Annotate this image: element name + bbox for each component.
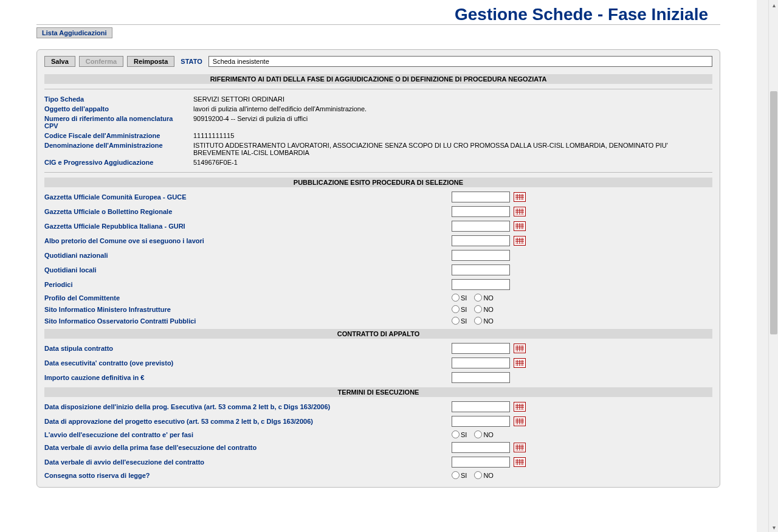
radio-no-label: NO — [483, 306, 494, 313]
calendar-icon[interactable] — [514, 207, 526, 216]
radio-si-label: SI — [461, 306, 467, 313]
form-control — [452, 192, 526, 202]
radio-si-label: SI — [461, 317, 467, 325]
s3-text-input[interactable] — [452, 372, 510, 383]
form-row: Data stipula contratto — [44, 341, 712, 356]
stato-label: STATO — [181, 58, 202, 65]
scroll-up-icon[interactable]: ▴ — [769, 0, 778, 10]
form-row: Gazzetta Ufficiale o Bollettino Regional… — [44, 204, 712, 219]
info-value: SERVIZI SETTORI ORDINARI — [193, 95, 712, 103]
form-row: Sito Informatico Osservatorio Contratti … — [44, 315, 712, 326]
form-control — [452, 343, 526, 354]
s2-text-input[interactable] — [452, 250, 510, 261]
radio-no[interactable] — [474, 471, 482, 479]
s4-date-input[interactable] — [452, 442, 510, 453]
form-label: L'avvio dell'esecuzione del contratto e'… — [44, 431, 452, 438]
calendar-icon[interactable] — [514, 358, 526, 368]
info-label: Tipo Scheda — [44, 95, 193, 103]
radio-si-label: SI — [461, 431, 467, 438]
form-control — [452, 250, 510, 261]
form-row: Gazzetta Ufficiale Repubblica Italiana -… — [44, 219, 712, 233]
form-control — [452, 358, 526, 368]
form-label: Gazzetta Ufficiale o Bollettino Regional… — [44, 208, 452, 215]
form-label: Data stipula contratto — [44, 345, 452, 352]
radio-si[interactable] — [452, 294, 460, 302]
calendar-icon[interactable] — [514, 402, 526, 412]
s2-radio-group: SINO — [452, 305, 498, 313]
info-label: Denominazione dell'Amministrazione — [44, 142, 193, 156]
s4-radio-group: SINO — [452, 471, 498, 479]
calendar-icon[interactable] — [514, 344, 526, 353]
s2-text-input[interactable] — [452, 279, 510, 290]
calendar-icon[interactable] — [514, 221, 526, 231]
calendar-icon[interactable] — [514, 236, 526, 246]
s2-date-input[interactable] — [452, 235, 510, 246]
form-label: Importo cauzione definitiva in € — [44, 374, 452, 381]
vertical-scrollbar[interactable]: ▴ ▾ — [768, 0, 778, 532]
radio-si[interactable] — [452, 430, 460, 438]
form-control — [452, 279, 510, 290]
form-control — [452, 372, 510, 383]
scroll-thumb[interactable] — [770, 91, 777, 334]
form-row: Periodici — [44, 277, 712, 292]
form-control — [452, 416, 526, 427]
form-control — [452, 235, 526, 246]
s4-radio-group: SINO — [452, 430, 498, 438]
section-header-riferimento: RIFERIMENTO AI DATI DELLA FASE DI AGGIUD… — [44, 74, 712, 84]
radio-si[interactable] — [452, 305, 460, 313]
calendar-icon[interactable] — [514, 192, 526, 202]
form-control — [452, 442, 526, 453]
form-row: Gazzetta Ufficiale Comunità Europea - GU… — [44, 190, 712, 204]
form-label: Data di approvazione del progetto esecut… — [44, 418, 452, 425]
reimposta-button[interactable]: Reimposta — [127, 56, 174, 67]
radio-no[interactable] — [474, 305, 482, 313]
s2-date-input[interactable] — [452, 206, 510, 217]
s4-date-input[interactable] — [452, 401, 510, 412]
form-control — [452, 457, 526, 468]
info-value: 11111111115 — [193, 132, 712, 139]
lista-aggiudicazioni-tab[interactable]: Lista Aggiudicazioni — [36, 27, 112, 38]
form-control: SINO — [452, 471, 498, 479]
form-label: Sito Informatico Osservatorio Contratti … — [44, 317, 452, 325]
form-row: Quotidiani locali — [44, 263, 712, 277]
form-label: Quotidiani nazionali — [44, 252, 452, 259]
section-header-pubblicazione: PUBBLICAZIONE ESITO PROCEDURA DI SELEZIO… — [44, 178, 712, 187]
scroll-down-icon[interactable]: ▾ — [769, 522, 778, 532]
info-value: ISTITUTO ADDESTRAMENTO LAVORATORI, ASSOC… — [193, 142, 712, 156]
info-row: Denominazione dell'AmministrazioneISTITU… — [44, 140, 712, 157]
form-control — [452, 221, 526, 232]
info-row: Oggetto dell'appaltolavori di pulizia al… — [44, 104, 712, 114]
section-header-contratto: CONTRATTO DI APPALTO — [44, 329, 712, 339]
divider — [44, 172, 712, 173]
info-label: Numero di riferimento alla nomenclatura … — [44, 115, 193, 130]
form-control — [452, 401, 526, 412]
form-row: Data verbale di avvio dell'esecuzione de… — [44, 455, 712, 469]
info-label: CIG e Progressivo Aggiudicazione — [44, 159, 193, 166]
radio-no[interactable] — [474, 317, 482, 325]
form-label: Albo pretorio del Comune ove si eseguono… — [44, 237, 452, 244]
s3-date-input[interactable] — [452, 358, 510, 368]
calendar-icon[interactable] — [514, 457, 526, 467]
form-control: SINO — [452, 294, 498, 302]
calendar-icon[interactable] — [514, 443, 526, 452]
s2-text-input[interactable] — [452, 264, 510, 275]
form-label: Data verbale di avvio dell'esecuzione de… — [44, 458, 452, 466]
s2-date-input[interactable] — [452, 221, 510, 232]
form-row: Albo pretorio del Comune ove si eseguono… — [44, 233, 712, 248]
s4-date-input[interactable] — [452, 457, 510, 468]
s2-date-input[interactable] — [452, 192, 510, 202]
info-row: Codice Fiscale dell'Amministrazione11111… — [44, 131, 712, 140]
s3-date-input[interactable] — [452, 343, 510, 354]
radio-no[interactable] — [474, 430, 482, 438]
stato-value: Scheda inesistente — [208, 56, 712, 67]
s4-date-input[interactable] — [452, 416, 510, 427]
form-label: Consegna sotto riserva di legge? — [44, 472, 452, 479]
salva-button[interactable]: Salva — [44, 56, 75, 67]
form-label: Gazzetta Ufficiale Repubblica Italiana -… — [44, 223, 452, 230]
form-row: L'avvio dell'esecuzione del contratto e'… — [44, 429, 712, 440]
radio-no-label: NO — [483, 317, 494, 325]
radio-si[interactable] — [452, 471, 460, 479]
radio-si[interactable] — [452, 317, 460, 325]
calendar-icon[interactable] — [514, 416, 526, 426]
radio-no[interactable] — [474, 294, 482, 302]
